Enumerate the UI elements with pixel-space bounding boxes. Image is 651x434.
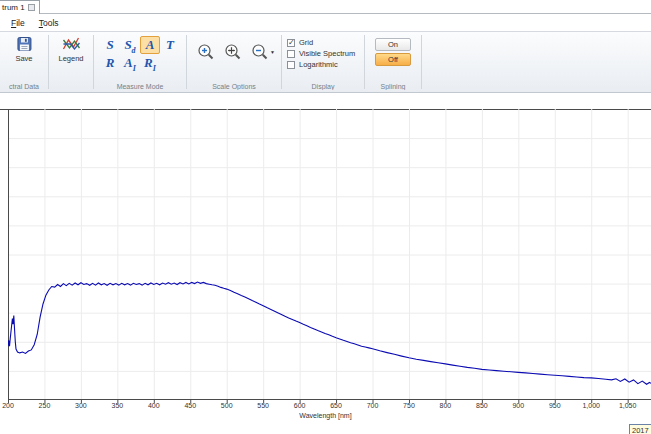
save-button-label: Save	[15, 54, 32, 63]
x-tick-label: 450	[184, 402, 196, 409]
toolbar-group-display: ✓GridVisible SpectrumLogarithmic Display	[282, 32, 364, 92]
group-caption-splining: Splining	[365, 83, 421, 90]
x-tick-label: 750	[403, 402, 415, 409]
menu-file[interactable]: File	[4, 17, 32, 29]
x-tick-label: 300	[75, 402, 87, 409]
zoom-in-button[interactable]	[197, 43, 215, 61]
checkbox-unchecked-icon[interactable]	[287, 50, 295, 58]
legend-button[interactable]: Legend	[58, 36, 83, 63]
x-tick-label: 400	[148, 402, 160, 409]
x-tick-label: 250	[39, 402, 51, 409]
legend-button-label: Legend	[58, 54, 83, 63]
spectrum-line	[8, 282, 651, 384]
measure-mode-t[interactable]: T	[160, 36, 180, 54]
measure-mode-buttons: SSdATRAIRI	[100, 36, 184, 72]
checkbox-checked-icon[interactable]: ✓	[287, 39, 295, 47]
display-option-grid[interactable]: ✓Grid	[287, 37, 355, 48]
ribbon-toolbar: Save ctral Data Legend SSdATRAIRI Measur…	[0, 31, 651, 93]
measure-mode-ri[interactable]: RI	[140, 54, 160, 72]
zoom-out-button[interactable]: ▼	[251, 43, 275, 61]
app-window: trum 1 FileTools Save ctral Data	[0, 0, 651, 434]
x-tick-label: 700	[367, 402, 379, 409]
checkbox-label: Logarithmic	[299, 60, 338, 69]
splining-on-button[interactable]: On	[375, 38, 411, 51]
legend-lines-icon	[62, 36, 80, 52]
zoom-fit-icon	[224, 43, 242, 61]
x-tick-label: 550	[257, 402, 269, 409]
splining-buttons: OnOff	[375, 38, 411, 68]
spectrum-chart[interactable]	[8, 109, 651, 406]
group-caption-display: Display	[282, 83, 364, 90]
checkbox-unchecked-icon[interactable]	[287, 61, 295, 69]
x-tick-label: 800	[440, 402, 452, 409]
display-option-logarithmic[interactable]: Logarithmic	[287, 59, 355, 70]
display-option-visible-spectrum[interactable]: Visible Spectrum	[287, 48, 355, 59]
toolbar-group-spectral-data: Save ctral Data	[0, 32, 48, 92]
menu-bar: FileTools	[0, 15, 651, 31]
x-tick-label: 1,000	[582, 402, 600, 409]
chart-panel: 2002503003504004505005506006507007508008…	[0, 93, 651, 434]
timestamp-box: 2017	[629, 424, 651, 434]
x-axis-title: Wavelength [nm]	[0, 412, 651, 419]
group-caption-measure-mode: Measure Mode	[94, 83, 186, 90]
display-options: ✓GridVisible SpectrumLogarithmic	[287, 37, 355, 70]
scale-buttons-row: ▼	[197, 43, 275, 61]
x-tick-label: 850	[476, 402, 488, 409]
x-tick-label: 950	[549, 402, 561, 409]
toolbar-group-measure-mode: SSdATRAIRI Measure Mode	[94, 32, 186, 92]
tab-bar: trum 1	[0, 0, 651, 14]
x-tick-label: 1,050	[619, 402, 637, 409]
splining-off-button[interactable]: Off	[375, 53, 411, 66]
group-caption-scale-options: Scale Options	[187, 83, 281, 90]
measure-mode-ai[interactable]: AI	[120, 54, 140, 72]
x-tick-label: 600	[294, 402, 306, 409]
tabbar-divider	[0, 13, 651, 14]
measure-mode-r[interactable]: R	[100, 54, 120, 72]
toolbar-separator	[421, 35, 422, 89]
x-tick-label: 650	[330, 402, 342, 409]
toolbar-group-splining: OnOff Splining	[365, 32, 421, 92]
x-tick-label: 350	[112, 402, 124, 409]
x-tick-label: 500	[221, 402, 233, 409]
checkbox-label: Visible Spectrum	[299, 49, 355, 58]
toolbar-group-legend: Legend	[49, 32, 93, 92]
checkbox-label: Grid	[299, 38, 313, 47]
measure-mode-a[interactable]: A	[140, 36, 160, 54]
tab-close-icon[interactable]	[28, 4, 35, 11]
zoom-out-icon	[251, 43, 269, 61]
zoom-in-icon	[197, 43, 215, 61]
x-tick-label: 900	[512, 402, 524, 409]
tab-title: trum 1	[2, 3, 25, 12]
zoom-fit-button[interactable]	[224, 43, 242, 61]
measure-mode-sd[interactable]: Sd	[120, 36, 140, 54]
save-floppy-icon	[16, 36, 32, 52]
group-caption-spectral-data: ctral Data	[0, 83, 48, 90]
measure-mode-s[interactable]: S	[100, 36, 120, 54]
x-tick-label: 200	[2, 402, 14, 409]
menu-tools[interactable]: Tools	[32, 17, 66, 29]
save-button[interactable]: Save	[15, 36, 32, 63]
toolbar-group-scale-options: ▼ Scale Options	[187, 32, 281, 92]
tab-spectrum-1[interactable]: trum 1	[0, 0, 40, 14]
zoom-options-caret-icon[interactable]: ▼	[270, 49, 275, 55]
